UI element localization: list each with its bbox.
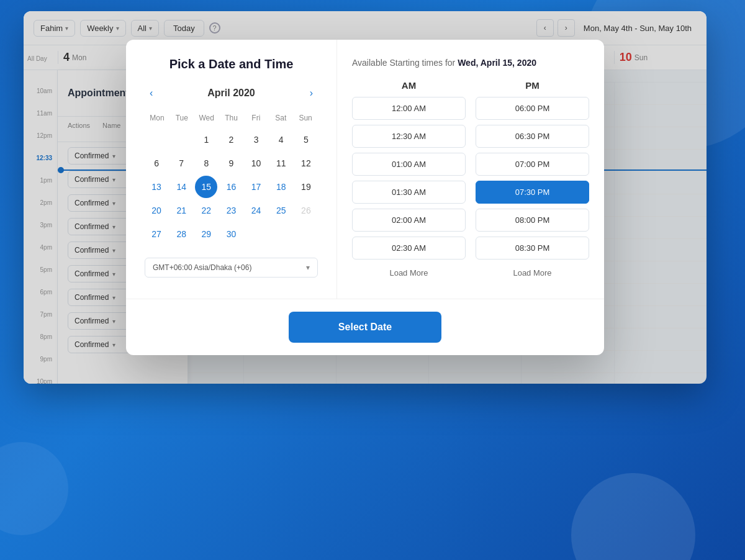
cal-day-2[interactable]: 2 (220, 129, 242, 151)
pm-slot-0800[interactable]: 08:00 PM (476, 209, 589, 232)
calendar-days: 1 2 3 4 5 6 7 8 9 10 11 12 (145, 129, 318, 245)
date-time-modal: Pick a Date and Time ‹ April 2020 › Mon (126, 40, 604, 356)
cal-day-13[interactable]: 13 (145, 176, 168, 198)
pm-load-more[interactable]: Load More (476, 264, 589, 281)
date-picker-panel: Pick a Date and Time ‹ April 2020 › Mon (126, 40, 337, 299)
pm-slot-0600[interactable]: 06:00 PM (476, 97, 589, 120)
modal-body: Pick a Date and Time ‹ April 2020 › Mon (126, 40, 604, 299)
cal-day-11[interactable]: 11 (270, 152, 292, 174)
next-month-button[interactable]: › (305, 85, 318, 101)
select-date-button[interactable]: Select Date (289, 312, 441, 343)
cal-day-14[interactable]: 14 (170, 176, 192, 198)
cal-day-10[interactable]: 10 (245, 152, 268, 174)
cal-day-18[interactable]: 18 (270, 176, 292, 198)
time-picker-panel: Available Starting times for Wed, April … (337, 40, 604, 299)
pm-slot-0830[interactable]: 08:30 PM (476, 237, 589, 260)
available-times-title: Available Starting times for Wed, April … (352, 57, 589, 70)
cal-day-3[interactable]: 3 (245, 129, 268, 151)
weekday-tue: Tue (169, 111, 194, 125)
year-label: 2020 (233, 88, 255, 98)
month-label: April (207, 88, 230, 98)
pm-label: PM (476, 80, 589, 91)
cal-day-22[interactable]: 22 (195, 199, 217, 222)
cal-day-27[interactable]: 27 (145, 223, 168, 245)
weekday-mon: Mon (145, 111, 169, 125)
am-slot-0230[interactable]: 02:30 AM (352, 237, 466, 260)
time-columns: AM 12:00 AM 12:30 AM 01:00 AM 01:30 AM 0… (352, 80, 589, 281)
pm-slots-list: 06:00 PM 06:30 PM 07:00 PM 07:30 PM 08:0… (476, 97, 589, 260)
calendar-grid: Mon Tue Wed Thu Fri Sat Sun 1 (145, 111, 318, 245)
weekday-sat: Sat (268, 111, 293, 125)
weekdays-row: Mon Tue Wed Thu Fri Sat Sun (145, 111, 318, 125)
cal-day-8[interactable]: 8 (195, 152, 217, 174)
cal-day-5[interactable]: 5 (295, 129, 317, 151)
cal-day-30[interactable]: 30 (220, 223, 242, 245)
cal-day-23[interactable]: 23 (220, 199, 242, 222)
am-slot-0130[interactable]: 01:30 AM (352, 181, 466, 204)
cal-day-29[interactable]: 29 (195, 223, 217, 245)
cal-day-1[interactable]: 1 (195, 129, 217, 151)
cal-day-7[interactable]: 7 (170, 152, 192, 174)
modal-overlay: Pick a Date and Time ‹ April 2020 › Mon (24, 11, 707, 384)
app-card: Fahim ▾ Weekly ▾ All ▾ Today ? ‹ › Mon, … (24, 11, 707, 384)
weekday-sun: Sun (293, 111, 318, 125)
cal-day-26[interactable]: 26 (295, 199, 317, 222)
available-date: Wed, April 15, 2020 (458, 58, 536, 68)
am-slot-1230[interactable]: 12:30 AM (352, 125, 466, 148)
calendar-nav: ‹ April 2020 › (145, 85, 318, 101)
cal-day-25[interactable]: 25 (270, 199, 292, 222)
date-picker-title: Pick a Date and Time (145, 57, 318, 71)
pm-slot-0700[interactable]: 07:00 PM (476, 153, 589, 176)
am-slots-list: 12:00 AM 12:30 AM 01:00 AM 01:30 AM 02:0… (352, 97, 466, 260)
cal-day-4[interactable]: 4 (270, 129, 292, 151)
cal-day-28[interactable]: 28 (170, 223, 192, 245)
cal-day-24[interactable]: 24 (245, 199, 268, 222)
weekday-fri: Fri (243, 111, 268, 125)
cal-day-6[interactable]: 6 (145, 152, 168, 174)
am-slot-0100[interactable]: 01:00 AM (352, 153, 466, 176)
timezone-chevron-icon: ▾ (306, 263, 310, 272)
am-label: AM (352, 80, 466, 91)
prev-month-button[interactable]: ‹ (145, 85, 158, 101)
pm-column: PM 06:00 PM 06:30 PM 07:00 PM 07:30 PM 0… (476, 80, 589, 281)
am-slot-0200[interactable]: 02:00 AM (352, 209, 466, 232)
am-slot-1200[interactable]: 12:00 AM (352, 97, 466, 120)
weekday-wed: Wed (194, 111, 219, 125)
timezone-selector[interactable]: GMT+06:00 Asia/Dhaka (+06) ▾ (145, 258, 318, 278)
cal-day-21[interactable]: 21 (170, 199, 192, 222)
timezone-label: GMT+06:00 Asia/Dhaka (+06) (153, 263, 251, 272)
cal-day-17[interactable]: 17 (245, 176, 268, 198)
cal-day-12[interactable]: 12 (295, 152, 317, 174)
weekday-thu: Thu (219, 111, 244, 125)
am-load-more[interactable]: Load More (352, 264, 466, 281)
am-column: AM 12:00 AM 12:30 AM 01:00 AM 01:30 AM 0… (352, 80, 466, 281)
pm-slot-0730-selected[interactable]: 07:30 PM (476, 181, 589, 204)
cal-day-19[interactable]: 19 (295, 176, 317, 198)
month-year-label: April 2020 (207, 88, 255, 99)
pm-slot-0630[interactable]: 06:30 PM (476, 125, 589, 148)
modal-footer: Select Date (126, 299, 604, 355)
cal-day-9[interactable]: 9 (220, 152, 242, 174)
cal-day-20[interactable]: 20 (145, 199, 168, 222)
cal-day-15-selected[interactable]: 15 (195, 176, 217, 198)
cal-day-16[interactable]: 16 (220, 176, 242, 198)
